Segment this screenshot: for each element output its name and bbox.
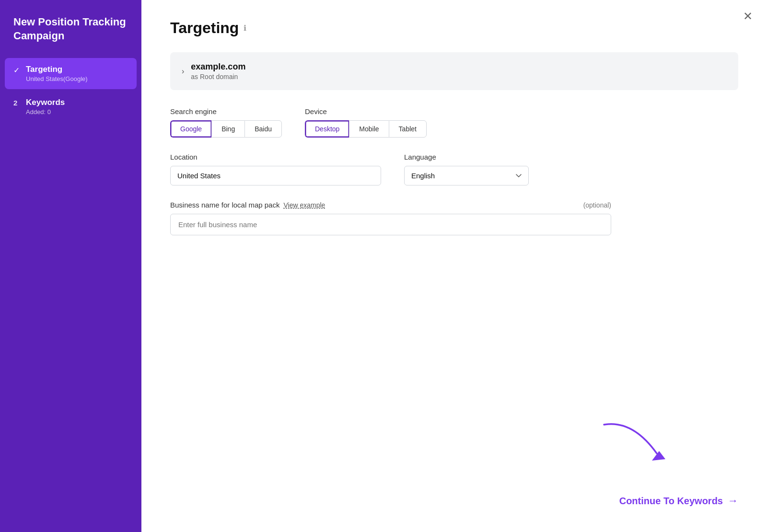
sidebar-title: New Position Tracking Campaign — [0, 15, 141, 58]
device-desktop-btn[interactable]: Desktop — [305, 120, 349, 138]
language-select[interactable]: English Spanish French German — [404, 166, 529, 185]
search-engine-group: Search engine Google Bing Baidu — [170, 107, 282, 138]
business-name-section: Business name for local map pack View ex… — [170, 201, 611, 235]
domain-type: as Root domain — [191, 73, 245, 81]
sidebar-item-keywords-content: Keywords Added: 0 — [26, 98, 65, 116]
page-title-row: Targeting ℹ — [170, 19, 738, 37]
search-engine-google-btn[interactable]: Google — [170, 120, 211, 138]
sidebar-item-keywords-sublabel: Added: 0 — [26, 108, 65, 116]
device-mobile-btn[interactable]: Mobile — [349, 120, 388, 138]
search-device-row: Search engine Google Bing Baidu Device D… — [170, 107, 738, 138]
optional-label: (optional) — [583, 201, 611, 209]
domain-info: example.com as Root domain — [191, 62, 245, 81]
domain-card: › example.com as Root domain — [170, 52, 738, 90]
close-button[interactable]: ✕ — [743, 11, 753, 22]
sidebar-item-keywords-label: Keywords — [26, 98, 65, 107]
sidebar-item-targeting-label: Targeting — [26, 65, 88, 74]
continue-label: Continue To Keywords — [619, 496, 723, 507]
device-group: Device Desktop Mobile Tablet — [305, 107, 427, 138]
continue-arrow-icon: → — [728, 495, 738, 507]
search-engine-btn-group: Google Bing Baidu — [170, 120, 282, 138]
sidebar: New Position Tracking Campaign ✓ Targeti… — [0, 0, 141, 532]
search-engine-bing-btn[interactable]: Bing — [211, 120, 244, 138]
device-btn-group: Desktop Mobile Tablet — [305, 120, 427, 138]
search-engine-label: Search engine — [170, 107, 282, 116]
location-label: Location — [170, 153, 381, 161]
language-group: Language English Spanish French German — [404, 153, 529, 185]
chevron-right-icon[interactable]: › — [182, 67, 184, 76]
device-label: Device — [305, 107, 427, 116]
page-title: Targeting — [170, 19, 239, 37]
domain-name: example.com — [191, 62, 245, 72]
svg-marker-0 — [652, 451, 665, 461]
location-input[interactable] — [170, 166, 381, 185]
info-icon[interactable]: ℹ — [244, 23, 246, 33]
business-label-group: Business name for local map pack View ex… — [170, 201, 325, 209]
business-name-input[interactable] — [170, 214, 611, 235]
business-name-header: Business name for local map pack View ex… — [170, 201, 611, 209]
sidebar-item-targeting-sublabel: United States(Google) — [26, 75, 88, 82]
sidebar-item-keywords-number: 2 — [13, 99, 26, 107]
continue-to-keywords-button[interactable]: Continue To Keywords → — [619, 495, 738, 507]
search-engine-baidu-btn[interactable]: Baidu — [244, 120, 282, 138]
arrow-illustration — [594, 415, 671, 474]
check-icon: ✓ — [13, 66, 26, 75]
location-group: Location — [170, 153, 381, 185]
language-label: Language — [404, 153, 529, 161]
location-language-row: Location Language English Spanish French… — [170, 153, 738, 185]
device-tablet-btn[interactable]: Tablet — [389, 120, 427, 138]
sidebar-item-targeting-content: Targeting United States(Google) — [26, 65, 88, 82]
sidebar-item-targeting[interactable]: ✓ Targeting United States(Google) — [5, 58, 137, 89]
sidebar-item-keywords[interactable]: 2 Keywords Added: 0 — [5, 91, 137, 122]
business-name-label: Business name for local map pack — [170, 201, 279, 209]
view-example-link[interactable]: View example — [283, 201, 325, 209]
main-content: ✕ Targeting ℹ › example.com as Root doma… — [141, 0, 767, 532]
